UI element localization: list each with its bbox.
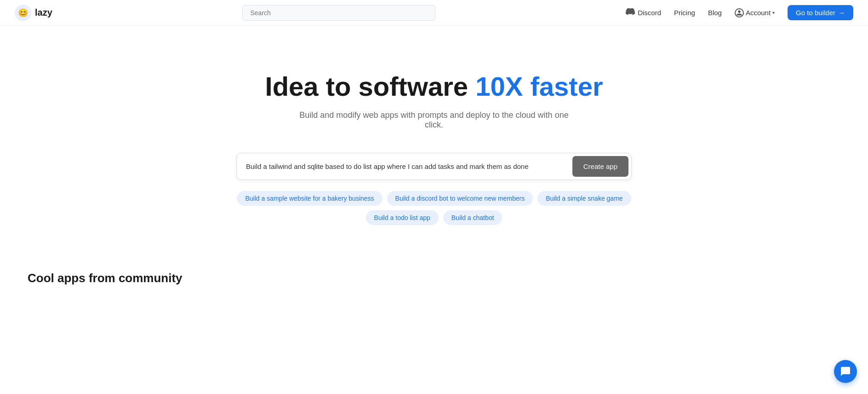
discord-link[interactable]: Discord	[626, 7, 661, 18]
logo-emoji: 😊	[18, 8, 28, 18]
account-icon	[735, 8, 744, 17]
discord-label: Discord	[638, 9, 661, 17]
hero-title: Idea to software 10X faster	[265, 72, 603, 101]
hero-title-part1: Idea to software	[265, 71, 476, 101]
hero-subtitle: Build and modify web apps with prompts a…	[296, 110, 572, 130]
arrow-right-icon: →	[838, 9, 845, 17]
pricing-label: Pricing	[674, 9, 695, 17]
logo-icon: 😊	[15, 5, 31, 21]
account-label: Account	[746, 9, 771, 17]
suggestion-pill-4[interactable]: Build a todo list app	[366, 210, 439, 225]
go-to-builder-button[interactable]: Go to builder →	[788, 5, 853, 20]
create-app-label: Create app	[583, 162, 617, 170]
community-title: Cool apps from community	[28, 271, 840, 285]
pricing-link[interactable]: Pricing	[674, 9, 695, 17]
chevron-down-icon: ▾	[772, 10, 775, 15]
go-to-builder-label: Go to builder	[796, 9, 835, 17]
create-app-button[interactable]: Create app	[572, 156, 628, 177]
community-section: Cool apps from community	[0, 253, 868, 295]
blog-label: Blog	[708, 9, 722, 17]
blog-link[interactable]: Blog	[708, 9, 722, 17]
suggestion-pill-2[interactable]: Build a discord bot to welcome new membe…	[387, 191, 533, 206]
prompt-input[interactable]	[237, 154, 570, 179]
prompt-bar: Create app	[236, 153, 632, 180]
suggestions-container: Build a sample website for a bakery busi…	[236, 191, 632, 225]
navbar: 😊 lazy Discord Pricing Blog	[0, 0, 868, 26]
search-input[interactable]	[242, 5, 435, 21]
suggestion-pill-5[interactable]: Build a chatbot	[443, 210, 503, 225]
hero-title-highlight: 10X faster	[475, 71, 603, 101]
account-link[interactable]: Account ▾	[735, 8, 775, 17]
chat-icon	[840, 366, 851, 377]
hero-section: Idea to software 10X faster Build and mo…	[0, 26, 868, 253]
search-bar[interactable]	[242, 5, 435, 21]
chat-bubble-button[interactable]	[834, 360, 857, 383]
suggestion-pill-3[interactable]: Build a simple snake game	[537, 191, 631, 206]
logo[interactable]: 😊 lazy	[15, 5, 52, 21]
nav-links: Discord Pricing Blog Account ▾ Go to bui…	[626, 5, 853, 20]
suggestion-pill-1[interactable]: Build a sample website for a bakery busi…	[237, 191, 382, 206]
discord-icon	[626, 7, 635, 18]
logo-text: lazy	[35, 7, 52, 18]
